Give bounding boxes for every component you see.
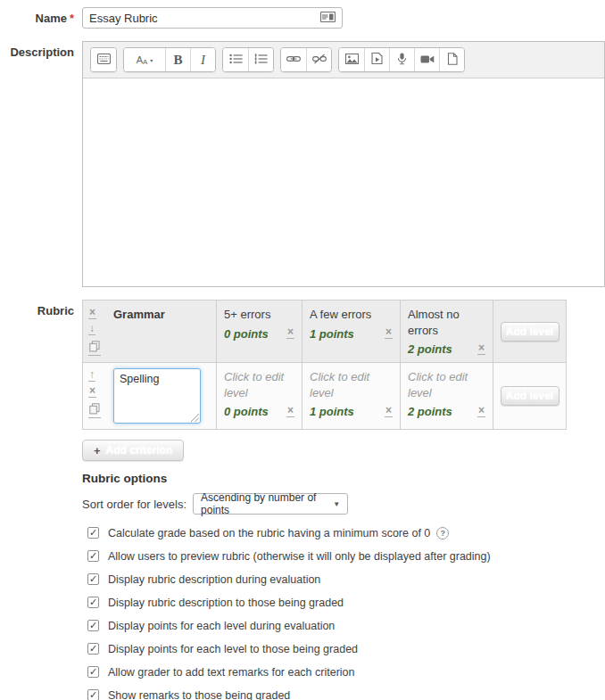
checkbox-option: ✓ Display rubric description to those be… (87, 597, 567, 608)
sort-order-select[interactable]: Ascending by number of points ▼ (193, 493, 348, 515)
criterion-cell[interactable]: ↑ × Spelling (83, 363, 217, 430)
name-label: Name* (0, 7, 82, 25)
keyboard-icon (320, 12, 336, 25)
keyboard-toggle-icon (97, 54, 111, 67)
sort-order-value: Ascending by number of points (201, 491, 333, 516)
rubric-level-cell[interactable]: Click to edit level 2 points × (401, 363, 493, 430)
unordered-list-button[interactable] (223, 48, 248, 71)
media-button[interactable] (364, 48, 389, 71)
add-level-button[interactable]: Add level (501, 386, 559, 406)
italic-button[interactable]: I (190, 48, 215, 71)
duplicate-criterion-icon[interactable] (88, 341, 101, 356)
checkbox-label: Display rubric description during evalua… (108, 573, 320, 586)
unlink-icon (312, 54, 327, 67)
toolbar-group-media (338, 47, 465, 72)
image-button[interactable] (339, 48, 364, 71)
duplicate-criterion-icon[interactable] (88, 403, 101, 418)
name-input[interactable]: Essay Rubric (82, 7, 343, 29)
criterion-name[interactable]: Grammar (106, 306, 165, 357)
ordered-list-button[interactable] (248, 48, 273, 71)
checkbox-label: Allow users to preview rubric (otherwise… (108, 550, 491, 563)
rubric-level-cell[interactable]: 5+ errors 0 points × (217, 301, 302, 363)
checkbox[interactable]: ✓ (87, 550, 99, 562)
checkbox-option: ✓ Display rubric description during eval… (87, 573, 567, 585)
toolbar-group-toggle (90, 47, 117, 72)
checkbox[interactable]: ✓ (87, 643, 99, 655)
ordered-list-icon (254, 54, 268, 67)
add-level-cell: Add level (493, 301, 567, 363)
manage-files-button[interactable] (439, 48, 464, 71)
rubric-level-cell[interactable]: Click to edit level 1 points × (302, 363, 401, 430)
criterion-row: × ↓ Grammar 5+ errors 0 points × A few e… (83, 301, 567, 363)
level-definition[interactable]: Click to edit level (224, 369, 294, 400)
add-level-cell: Add level (493, 363, 567, 430)
unlink-icon-button[interactable] (306, 48, 331, 71)
delete-level-icon[interactable]: × (385, 407, 393, 417)
checkbox[interactable]: ✓ (87, 597, 99, 608)
editor-content[interactable] (83, 78, 604, 286)
rubric-level-cell[interactable]: Almost no errors 2 points × (401, 301, 493, 363)
checkbox-label: Display points for each level during eva… (108, 620, 335, 632)
move-up-icon[interactable]: ↑ (88, 371, 95, 382)
checkbox-option: ✓ Display points for each level to those… (87, 643, 567, 655)
toolbar-toggle-button[interactable] (91, 48, 116, 71)
rubric-field: × ↓ Grammar 5+ errors 0 points × A few e… (82, 300, 567, 700)
level-definition[interactable]: Click to edit level (408, 369, 485, 400)
toolbar-group-format: AA▾ B I (123, 47, 216, 72)
checkbox[interactable]: ✓ (87, 527, 99, 539)
chevron-down-icon: ▾ (150, 57, 153, 63)
level-definition[interactable]: A few errors (310, 307, 393, 323)
checkbox-label: Show remarks to those being graded (108, 689, 290, 700)
delete-level-icon[interactable]: × (286, 328, 294, 339)
delete-level-icon[interactable]: × (385, 328, 393, 339)
dropdown-arrow-icon: ▼ (333, 500, 340, 508)
move-down-icon[interactable]: ↓ (88, 325, 95, 335)
checkbox-label: Display rubric description to those bein… (108, 597, 344, 609)
criterion-cell[interactable]: × ↓ Grammar (83, 301, 217, 363)
checkbox-label: Allow grader to add text remarks for eac… (108, 666, 355, 679)
delete-level-icon[interactable]: × (477, 344, 485, 355)
checkbox-label: Calculate grade based on the rubric havi… (108, 527, 430, 539)
checkbox[interactable]: ✓ (87, 620, 99, 631)
bold-button[interactable]: B (165, 48, 190, 71)
sort-order-row: Sort order for levels: Ascending by numb… (82, 493, 567, 515)
checkbox-option: ✓ Allow users to preview rubric (otherwi… (87, 550, 567, 562)
font-style-button[interactable]: AA▾ (124, 48, 165, 71)
delete-criterion-icon[interactable]: × (88, 387, 96, 398)
delete-criterion-icon[interactable]: × (88, 309, 96, 319)
rubric-options-checkboxes: ✓ Calculate grade based on the rubric ha… (82, 527, 567, 700)
level-points: 2 points (408, 342, 452, 356)
checkbox[interactable]: ✓ (87, 573, 99, 585)
name-label-text: Name (36, 12, 67, 25)
add-level-button[interactable]: Add level (501, 322, 559, 342)
criterion-name-input[interactable]: Spelling (113, 368, 201, 424)
plus-icon: + (94, 444, 101, 457)
rubric-level-cell[interactable]: Click to edit level 0 points × (217, 363, 302, 430)
level-definition[interactable]: Click to edit level (310, 369, 393, 400)
italic-icon: I (201, 53, 205, 68)
checkbox-option: ✓ Display points for each level during e… (87, 620, 567, 631)
record-audio-button[interactable] (389, 48, 414, 71)
add-criterion-button[interactable]: + Add criterion (82, 440, 184, 461)
checkbox[interactable]: ✓ (87, 689, 99, 700)
bold-icon: B (173, 53, 182, 68)
delete-level-icon[interactable]: × (286, 407, 294, 417)
criterion-controls: × ↓ (88, 306, 106, 357)
help-icon[interactable]: ? (436, 527, 449, 539)
criterion-row: ↑ × Spelling Click to edit level 0 point… (83, 363, 567, 430)
link-button[interactable] (281, 48, 306, 71)
record-video-button[interactable] (414, 48, 439, 71)
delete-level-icon[interactable]: × (477, 407, 485, 417)
criterion-edit-wrap: Spelling (113, 368, 201, 424)
video-camera-icon (420, 54, 435, 67)
checkbox-option: ✓ Show remarks to those being graded (87, 689, 567, 700)
level-definition[interactable]: Almost no errors (408, 307, 485, 338)
rubric-level-cell[interactable]: A few errors 1 points × (302, 301, 401, 363)
level-definition[interactable]: 5+ errors (224, 307, 294, 323)
checkbox-label: Display points for each level to those b… (108, 643, 358, 655)
font-style-icon-small: A (143, 59, 147, 66)
required-marker: * (70, 12, 74, 25)
rubric-options-heading: Rubric options (82, 472, 567, 485)
checkbox[interactable]: ✓ (87, 666, 99, 678)
media-icon (371, 53, 383, 67)
